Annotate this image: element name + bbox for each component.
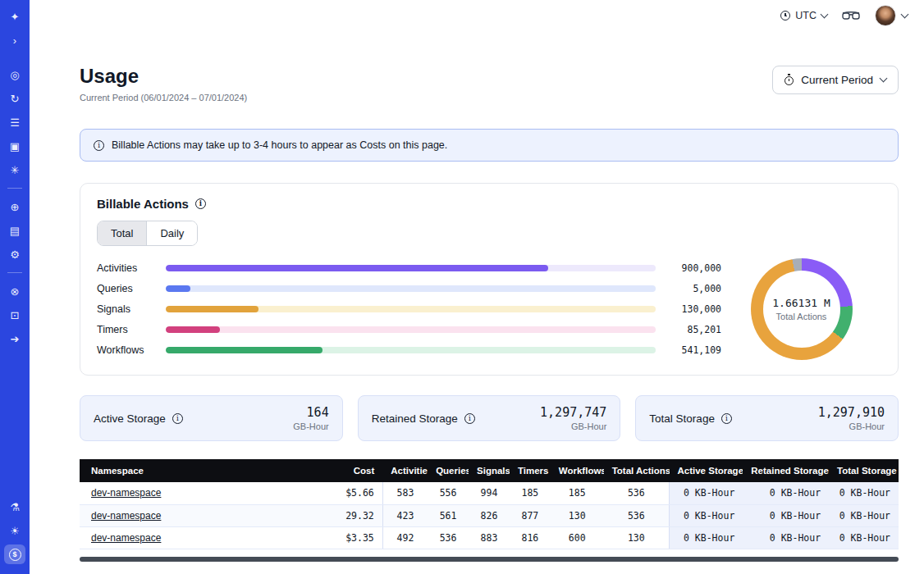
- info-icon[interactable]: i: [172, 413, 183, 424]
- bar-row-activities: Activities900,000: [97, 257, 721, 278]
- signals-cell: 826: [469, 504, 510, 526]
- total-storage-cell: 0 KB-Hour: [829, 526, 899, 549]
- activities-cell: 423: [382, 504, 428, 526]
- donut-center: 1.66131 M Total Actions: [751, 258, 853, 360]
- activities-cell: 583: [382, 482, 428, 504]
- bar-row-signals: Signals130,000: [97, 298, 721, 319]
- column-header-signals: Signals: [469, 459, 510, 482]
- workflows-cell: 600: [551, 526, 604, 549]
- glasses-button[interactable]: [842, 11, 860, 21]
- namespace-cell: dev-namespace: [80, 504, 325, 526]
- bar-row-timers: Timers85,201: [97, 319, 721, 339]
- bar-track: [166, 285, 656, 292]
- storage-label: Total Storage i: [649, 412, 732, 425]
- sidebar-labs-icon[interactable]: ⚗: [4, 497, 25, 517]
- bar-label: Queries: [97, 283, 158, 294]
- storage-value: 1,297,747: [540, 405, 606, 420]
- info-banner: i Billable Actions may take up to 3-4 ho…: [80, 129, 899, 162]
- banner-text: Billable Actions may take up to 3-4 hour…: [112, 139, 447, 151]
- namespace-link[interactable]: dev-namespace: [91, 487, 161, 499]
- cost-cell: $3.35: [325, 526, 382, 549]
- namespace-cell: dev-namespace: [80, 526, 325, 549]
- active-storage-cell: 0 KB-Hour: [670, 504, 743, 526]
- total-storage-card: Total Storage i 1,297,910 GB-Hour: [635, 395, 899, 441]
- sidebar-nav: ✦›◎↻☰▣✳⊕▤⚙⊗⊡➔⚗☀$: [0, 0, 30, 574]
- tab-daily[interactable]: Daily: [146, 221, 197, 245]
- timezone-selector[interactable]: UTC: [780, 10, 827, 21]
- column-header-namespace: Namespace: [80, 459, 325, 482]
- table-horizontal-scrollbar[interactable]: [80, 557, 899, 562]
- user-menu[interactable]: [875, 5, 908, 26]
- column-header-queries: Queries: [428, 459, 469, 482]
- storage-value: 1,297,910: [818, 405, 885, 420]
- donut-chart: 1.66131 M Total Actions: [751, 258, 853, 360]
- sidebar-deployments-icon[interactable]: ☰: [4, 112, 25, 132]
- sidebar-logo-icon[interactable]: ✦: [4, 7, 25, 26]
- page-header: Usage Current Period (06/01/2024 – 07/01…: [80, 66, 899, 102]
- sidebar-batch-operations-icon[interactable]: ⊗: [4, 281, 25, 301]
- workflows-cell: 185: [551, 482, 604, 504]
- storage-unit: GB-Hour: [540, 421, 606, 431]
- namespace-link[interactable]: dev-namespace: [91, 532, 161, 544]
- retained-storage-card: Retained Storage i 1,297,747 GB-Hour: [358, 395, 621, 441]
- active-storage-card: Active Storage i 164 GB-Hour: [80, 395, 343, 441]
- timers-cell: 185: [510, 482, 551, 504]
- total-storage-cell: 0 KB-Hour: [829, 504, 899, 526]
- bar-label: Activities: [97, 262, 158, 274]
- donut-total-label: Total Actions: [776, 312, 827, 321]
- info-icon[interactable]: i: [464, 413, 475, 424]
- column-header-workflows: Workflows: [551, 459, 604, 482]
- column-header-timers: Timers: [510, 459, 551, 482]
- active-storage-cell: 0 KB-Hour: [670, 482, 743, 504]
- sidebar-cloud-icon[interactable]: ⊕: [4, 197, 25, 216]
- table-row: dev-namespace$3.354925368838166001300 KB…: [80, 526, 899, 549]
- sidebar-docs-icon[interactable]: ⊡: [4, 305, 25, 325]
- namespace-link[interactable]: dev-namespace: [91, 510, 161, 522]
- sidebar-usage-icon[interactable]: $: [4, 544, 25, 564]
- usage-table-body: dev-namespace$5.665835569941851855360 KB…: [80, 482, 899, 549]
- storage-cards-row: Active Storage i 164 GB-Hour Retained St…: [80, 395, 899, 441]
- bar-track: [166, 347, 656, 353]
- storage-label-text: Active Storage: [94, 412, 166, 425]
- sidebar-namespaces-icon[interactable]: ◎: [4, 65, 25, 84]
- dollar-icon: $: [9, 549, 21, 561]
- sidebar-divider: [7, 272, 22, 273]
- sidebar-billing-icon[interactable]: ▤: [4, 221, 25, 240]
- usage-table: NamespaceCostActivitiesQueriesSignalsTim…: [80, 459, 899, 549]
- donut-total-value: 1.66131 M: [772, 297, 830, 309]
- storage-value: 164: [293, 405, 328, 420]
- bar-value: 130,000: [669, 303, 721, 315]
- cost-cell: 29.32: [325, 504, 382, 526]
- total-storage-cell: 0 KB-Hour: [829, 482, 899, 504]
- timers-cell: 877: [510, 504, 551, 526]
- period-selector-button[interactable]: Current Period: [772, 66, 899, 94]
- page-title: Usage: [80, 66, 247, 87]
- sidebar-collapse-icon[interactable]: ›: [4, 30, 25, 50]
- stopwatch-icon: [784, 76, 794, 85]
- usage-table-header-row: NamespaceCostActivitiesQueriesSignalsTim…: [80, 459, 899, 482]
- tab-total[interactable]: Total: [98, 221, 146, 245]
- chevron-down-icon: [821, 10, 829, 18]
- sidebar-launch-icon[interactable]: ➔: [4, 329, 25, 348]
- sidebar-nexus-icon[interactable]: ✳: [4, 160, 25, 180]
- sidebar-schedules-icon[interactable]: ↻: [4, 89, 25, 108]
- info-icon[interactable]: i: [195, 198, 206, 209]
- retained-storage-cell: 0 KB-Hour: [743, 482, 829, 504]
- column-header-total-storage: Total Storage: [829, 459, 899, 482]
- topbar: UTC: [30, 0, 924, 31]
- queries-cell: 556: [428, 482, 469, 504]
- info-icon[interactable]: i: [721, 413, 732, 424]
- bar-fill: [166, 306, 258, 312]
- user-avatar: [875, 5, 896, 26]
- signals-cell: 994: [469, 482, 510, 504]
- total-actions-cell: 536: [604, 504, 670, 526]
- timers-cell: 816: [510, 526, 551, 549]
- active-storage-cell: 0 KB-Hour: [670, 526, 743, 549]
- column-header-active-storage: Active Storage: [670, 459, 743, 482]
- donut-wrap: 1.66131 M Total Actions: [721, 258, 881, 360]
- sidebar-theme-toggle-icon[interactable]: ☀: [4, 521, 25, 540]
- sidebar-divider: [7, 188, 22, 189]
- table-row: dev-namespace29.324235618268771305360 KB…: [80, 504, 899, 526]
- sidebar-settings-icon[interactable]: ⚙: [4, 244, 25, 264]
- sidebar-workers-icon[interactable]: ▣: [4, 136, 25, 156]
